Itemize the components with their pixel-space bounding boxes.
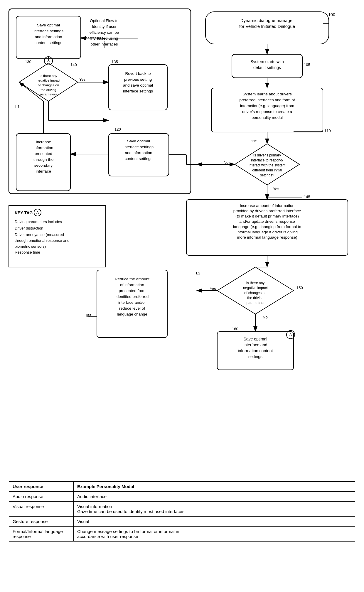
svg-text:Is there any: Is there any bbox=[246, 281, 265, 285]
svg-text:efficiency can be: efficiency can be bbox=[90, 30, 119, 35]
svg-text:interface settings: interface settings bbox=[33, 29, 63, 33]
flowchart-svg: Dynamic dialogue manager for Vehicle Ini… bbox=[0, 0, 364, 475]
svg-text:A: A bbox=[36, 210, 39, 215]
svg-text:information content: information content bbox=[238, 348, 273, 353]
svg-marker-46 bbox=[217, 267, 294, 314]
svg-text:information: information bbox=[34, 146, 53, 150]
svg-text:negative impact: negative impact bbox=[243, 286, 268, 290]
svg-text:Dynamic dialogue manager: Dynamic dialogue manager bbox=[240, 18, 294, 23]
svg-text:interface: interface bbox=[36, 169, 51, 173]
svg-text:Yes: Yes bbox=[273, 187, 279, 191]
svg-text:biometric sensors): biometric sensors) bbox=[15, 244, 46, 249]
svg-text:interact with the system: interact with the system bbox=[249, 163, 285, 167]
svg-text:negative impact: negative impact bbox=[37, 79, 60, 82]
table-row: Formal/Informal languageresponseChange m… bbox=[9, 527, 355, 542]
svg-text:Save optimal: Save optimal bbox=[37, 23, 60, 27]
svg-text:System learns about drivers: System learns about drivers bbox=[242, 92, 292, 96]
svg-text:Is there any: Is there any bbox=[40, 74, 57, 77]
svg-text:interface and: interface and bbox=[244, 343, 267, 347]
svg-text:140: 140 bbox=[70, 63, 77, 67]
svg-text:parameters: parameters bbox=[247, 301, 264, 305]
svg-text:130: 130 bbox=[25, 60, 31, 64]
table-row: Audio responseAudio interface bbox=[9, 492, 355, 502]
svg-text:default settings: default settings bbox=[253, 65, 281, 70]
svg-text:parameters: parameters bbox=[40, 92, 57, 96]
svg-text:115: 115 bbox=[251, 139, 257, 143]
svg-text:120: 120 bbox=[114, 127, 121, 131]
svg-text:Save optimal: Save optimal bbox=[244, 337, 267, 341]
svg-text:provided by driver's preferred: provided by driver's preferred interface bbox=[233, 209, 301, 213]
svg-text:and/or update driver's respons: and/or update driver's response bbox=[239, 219, 295, 224]
svg-text:Driver distraction: Driver distraction bbox=[15, 226, 43, 230]
svg-text:Save optimal: Save optimal bbox=[127, 139, 150, 143]
svg-text:Revert back to: Revert back to bbox=[125, 71, 151, 76]
svg-text:Is driver's primary: Is driver's primary bbox=[253, 153, 281, 157]
svg-text:interface and/or: interface and/or bbox=[118, 300, 146, 305]
svg-text:135: 135 bbox=[112, 60, 118, 64]
svg-text:language change: language change bbox=[117, 312, 147, 316]
svg-text:through emotional response and: through emotional response and bbox=[15, 238, 69, 243]
svg-text:Increase amount of information: Increase amount of information bbox=[240, 203, 294, 208]
svg-text:the driving: the driving bbox=[41, 88, 56, 92]
svg-text:Identity if user: Identity if user bbox=[92, 24, 117, 29]
svg-text:for Vehicle Initiated Dialogue: for Vehicle Initiated Dialogue bbox=[239, 24, 295, 29]
svg-text:informal language if driver is: informal language if driver is giving bbox=[237, 230, 298, 234]
svg-text:145: 145 bbox=[304, 195, 310, 199]
svg-text:content settings: content settings bbox=[35, 41, 63, 45]
svg-text:No: No bbox=[263, 315, 268, 319]
svg-text:Yes: Yes bbox=[79, 77, 86, 82]
svg-text:interface settings: interface settings bbox=[124, 145, 154, 149]
svg-text:of changes on: of changes on bbox=[38, 83, 59, 87]
svg-text:interface to respond/: interface to respond/ bbox=[251, 158, 283, 162]
svg-text:System starts with: System starts with bbox=[250, 59, 284, 64]
svg-text:and save optimal: and save optimal bbox=[123, 83, 153, 87]
svg-text:Driver annoyance (measured: Driver annoyance (measured bbox=[15, 232, 64, 237]
svg-text:previous setting: previous setting bbox=[124, 77, 152, 82]
svg-text:110: 110 bbox=[324, 129, 331, 133]
svg-text:Driving parameters includes: Driving parameters includes bbox=[15, 220, 62, 224]
svg-text:A: A bbox=[289, 333, 292, 337]
svg-text:No: No bbox=[224, 160, 229, 165]
table-area: User responseExample Personality ModalAu… bbox=[9, 481, 355, 542]
svg-text:Increase: Increase bbox=[36, 140, 51, 144]
svg-text:through the: through the bbox=[33, 157, 53, 162]
svg-text:identified preferred: identified preferred bbox=[116, 294, 149, 299]
svg-text:and information: and information bbox=[35, 35, 62, 39]
table-row: Visual responseVisual informationGaze ti… bbox=[9, 502, 355, 517]
svg-text:the driving: the driving bbox=[247, 296, 263, 300]
svg-text:L2: L2 bbox=[196, 271, 200, 275]
svg-text:driver's response to create a: driver's response to create a bbox=[242, 109, 292, 114]
svg-text:personality modal: personality modal bbox=[252, 115, 283, 120]
svg-text:presented from: presented from bbox=[119, 289, 146, 293]
svg-text:of changes on: of changes on bbox=[244, 291, 266, 295]
svg-text:KEY-TAG: KEY-TAG bbox=[15, 210, 33, 215]
svg-text:secondary: secondary bbox=[34, 163, 53, 168]
table-row: Gesture responseVisual bbox=[9, 517, 355, 527]
svg-text:Optional Flow to: Optional Flow to bbox=[90, 18, 119, 23]
svg-text:preferred interfaces and form : preferred interfaces and form of bbox=[239, 98, 295, 102]
svg-text:Yes: Yes bbox=[210, 286, 216, 291]
svg-text:160: 160 bbox=[232, 327, 238, 331]
personality-modal-table: User responseExample Personality ModalAu… bbox=[9, 481, 355, 542]
svg-text:settings: settings bbox=[248, 354, 262, 359]
svg-text:155: 155 bbox=[85, 313, 92, 318]
svg-text:100: 100 bbox=[328, 12, 335, 17]
svg-text:and information: and information bbox=[125, 151, 152, 155]
svg-text:105: 105 bbox=[304, 63, 310, 67]
diagram-area: Dynamic dialogue manager for Vehicle Ini… bbox=[0, 0, 364, 475]
svg-text:reduce level of: reduce level of bbox=[119, 306, 145, 311]
svg-text:presented: presented bbox=[35, 151, 52, 156]
svg-text:Reduce the amount: Reduce the amount bbox=[115, 277, 149, 281]
svg-text:Response time: Response time bbox=[15, 250, 40, 254]
svg-text:(to make it default primary in: (to make it default primary interface) bbox=[235, 214, 299, 218]
svg-text:150: 150 bbox=[296, 286, 303, 290]
svg-text:different from initial: different from initial bbox=[252, 168, 282, 172]
svg-text:settings?: settings? bbox=[260, 173, 274, 177]
svg-text:interaction(e.g. language) fro: interaction(e.g. language) from bbox=[240, 104, 294, 108]
svg-text:more informal language respons: more informal language response) bbox=[237, 235, 297, 240]
svg-text:language (e.g. changing from f: language (e.g. changing from formal to bbox=[233, 225, 301, 229]
svg-text:of information: of information bbox=[120, 283, 144, 287]
svg-text:content settings: content settings bbox=[125, 156, 153, 161]
svg-text:interface settings: interface settings bbox=[123, 89, 153, 93]
svg-text:L1: L1 bbox=[15, 104, 19, 109]
